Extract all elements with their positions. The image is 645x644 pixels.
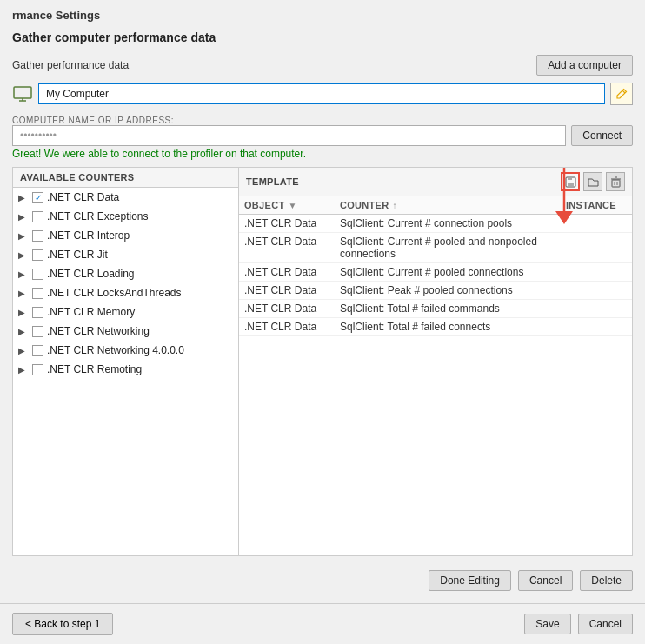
ip-address-field[interactable] bbox=[12, 125, 566, 146]
section-title: Gather computer performance data bbox=[12, 30, 633, 44]
expand-arrow-2: ▶ bbox=[18, 231, 29, 241]
cell-instance-1 bbox=[566, 236, 627, 260]
counter-item-0[interactable]: ▶ .NET CLR Data bbox=[13, 188, 238, 207]
table-column-headers: OBJECT ▼ COUNTER ↑ INSTANCE bbox=[239, 196, 632, 215]
counter-label-7: .NET CLR Networking bbox=[47, 325, 150, 337]
main-content: Gather computer performance data Gather … bbox=[0, 22, 645, 603]
done-editing-button[interactable]: Done Editing bbox=[429, 570, 511, 591]
expand-arrow-6: ▶ bbox=[18, 308, 29, 317]
window-title: rmance Settings bbox=[12, 9, 100, 22]
counter-item-7[interactable]: ▶ .NET CLR Networking bbox=[13, 322, 238, 341]
connect-button[interactable]: Connect bbox=[571, 125, 633, 146]
cell-counter-4: SqlClient: Total # failed commands bbox=[340, 302, 566, 315]
counter-item-4[interactable]: ▶ .NET CLR Loading bbox=[13, 264, 238, 283]
checkbox-4[interactable] bbox=[32, 269, 43, 280]
cell-counter-3: SqlClient: Peak # pooled connections bbox=[340, 284, 566, 296]
counter-item-2[interactable]: ▶ .NET CLR Interop bbox=[13, 226, 238, 245]
cell-instance-5 bbox=[566, 321, 627, 333]
expand-arrow-3: ▶ bbox=[18, 250, 29, 260]
checkbox-0[interactable] bbox=[32, 192, 43, 203]
counter-item-5[interactable]: ▶ .NET CLR LocksAndThreads bbox=[13, 283, 238, 302]
add-computer-button[interactable]: Add a computer bbox=[536, 55, 633, 76]
counter-item-3[interactable]: ▶ .NET CLR Jit bbox=[13, 245, 238, 264]
expand-arrow-0: ▶ bbox=[18, 193, 29, 202]
checkbox-7[interactable] bbox=[32, 326, 43, 337]
counter-label-1: .NET CLR Exceptions bbox=[47, 210, 149, 222]
cell-object-5: .NET CLR Data bbox=[244, 321, 340, 333]
available-counters-header: AVAILABLE COUNTERS bbox=[13, 168, 238, 188]
counter-item-8[interactable]: ▶ .NET CLR Networking 4.0.0.0 bbox=[13, 341, 238, 360]
gather-label: Gather performance data bbox=[12, 59, 129, 71]
computer-row: My Computer bbox=[12, 83, 633, 105]
checkbox-3[interactable] bbox=[32, 249, 43, 261]
expand-arrow-7: ▶ bbox=[18, 327, 29, 336]
ip-field-label: COMPUTER NAME OR IP ADDRESS: bbox=[12, 116, 633, 125]
svg-rect-0 bbox=[14, 87, 31, 98]
checkbox-6[interactable] bbox=[32, 307, 43, 318]
cancel-bottom-button[interactable]: Cancel bbox=[578, 614, 633, 634]
save-template-button[interactable] bbox=[561, 172, 580, 191]
checkbox-5[interactable] bbox=[32, 288, 43, 299]
cell-instance-4 bbox=[566, 302, 627, 315]
template-panel: TEMPLATE bbox=[239, 168, 632, 555]
expand-arrow-1: ▶ bbox=[18, 212, 29, 222]
back-to-step-button[interactable]: < Back to step 1 bbox=[12, 613, 113, 635]
counter-item-6[interactable]: ▶ .NET CLR Memory bbox=[13, 302, 238, 322]
counter-label-3: .NET CLR Jit bbox=[47, 249, 108, 261]
table-row: .NET CLR Data SqlClient: Current # conne… bbox=[239, 215, 632, 233]
expand-arrow-5: ▶ bbox=[18, 289, 29, 298]
counter-label-8: .NET CLR Networking 4.0.0.0 bbox=[47, 344, 184, 356]
table-row: .NET CLR Data SqlClient: Current # poole… bbox=[239, 263, 632, 282]
cell-object-3: .NET CLR Data bbox=[244, 284, 340, 296]
computer-name-field[interactable]: My Computer bbox=[38, 83, 605, 104]
checkbox-8[interactable] bbox=[32, 345, 43, 356]
cell-counter-1: SqlClient: Current # pooled and nonpoole… bbox=[340, 236, 566, 260]
col-header-instance: INSTANCE bbox=[566, 200, 627, 210]
expand-arrow-4: ▶ bbox=[18, 269, 29, 279]
cell-counter-5: SqlClient: Total # failed connects bbox=[340, 321, 566, 333]
table-row: .NET CLR Data SqlClient: Total # failed … bbox=[239, 300, 632, 318]
counter-item-9[interactable]: ▶ .NET CLR Remoting bbox=[13, 360, 238, 379]
template-table: .NET CLR Data SqlClient: Current # conne… bbox=[239, 215, 632, 555]
template-icons bbox=[561, 172, 625, 191]
computer-icon bbox=[12, 85, 33, 103]
bottom-bar: < Back to step 1 Save Cancel bbox=[0, 603, 645, 644]
open-template-button[interactable] bbox=[583, 172, 602, 191]
template-header: TEMPLATE bbox=[239, 168, 632, 196]
counter-label-2: .NET CLR Interop bbox=[47, 229, 130, 242]
table-row: .NET CLR Data SqlClient: Peak # pooled c… bbox=[239, 282, 632, 300]
edit-computer-button[interactable] bbox=[610, 83, 633, 105]
cell-instance-2 bbox=[566, 266, 627, 278]
svg-rect-6 bbox=[568, 183, 574, 186]
gather-row: Gather performance data Add a computer bbox=[12, 55, 633, 76]
cell-counter-2: SqlClient: Current # pooled connections bbox=[340, 266, 566, 278]
col-header-counter: COUNTER ↑ bbox=[340, 200, 566, 210]
cancel-action-button[interactable]: Cancel bbox=[518, 570, 573, 591]
svg-rect-5 bbox=[568, 177, 572, 180]
delete-button[interactable]: Delete bbox=[580, 570, 633, 591]
counter-list: ▶ .NET CLR Data ▶ .NET CLR Exceptions ▶ … bbox=[13, 188, 238, 555]
available-counters-panel: AVAILABLE COUNTERS ▶ .NET CLR Data ▶ .NE… bbox=[13, 168, 239, 555]
delete-template-button[interactable] bbox=[606, 172, 625, 191]
cell-counter-0: SqlClient: Current # connection pools bbox=[340, 217, 566, 229]
counter-label-4: .NET CLR Loading bbox=[47, 268, 135, 280]
cell-object-2: .NET CLR Data bbox=[244, 266, 340, 278]
col-header-object: OBJECT ▼ bbox=[244, 200, 340, 210]
title-bar: rmance Settings bbox=[0, 0, 645, 22]
svg-line-3 bbox=[622, 90, 625, 93]
counters-template-section: AVAILABLE COUNTERS ▶ .NET CLR Data ▶ .NE… bbox=[12, 167, 633, 556]
checkbox-9[interactable] bbox=[32, 364, 43, 375]
checkbox-1[interactable] bbox=[32, 211, 43, 222]
bottom-right-buttons: Save Cancel bbox=[524, 614, 633, 634]
sort-counter-icon[interactable]: ↑ bbox=[393, 201, 397, 210]
connect-success-message: Great! We were able to connect to the pr… bbox=[12, 148, 633, 160]
template-header-label: TEMPLATE bbox=[246, 176, 299, 187]
checkbox-2[interactable] bbox=[32, 230, 43, 242]
counter-label-9: .NET CLR Remoting bbox=[47, 363, 142, 375]
counter-label-6: .NET CLR Memory bbox=[47, 306, 135, 318]
cell-object-1: .NET CLR Data bbox=[244, 236, 340, 260]
main-window: rmance Settings Gather computer performa… bbox=[0, 0, 645, 644]
counter-item-1[interactable]: ▶ .NET CLR Exceptions bbox=[13, 207, 238, 226]
filter-object-icon[interactable]: ▼ bbox=[288, 201, 296, 210]
save-button[interactable]: Save bbox=[524, 614, 570, 634]
